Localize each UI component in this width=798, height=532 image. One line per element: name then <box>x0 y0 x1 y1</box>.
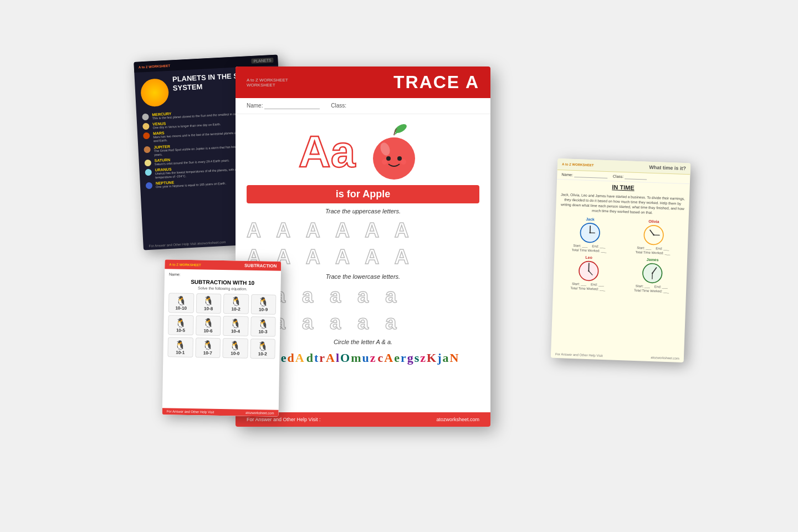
leo-name: Leo <box>585 255 592 259</box>
apple-graphic <box>361 119 427 185</box>
sub-tag: SUBTRACTION <box>244 263 277 269</box>
list-item: 🐧10-5 <box>168 315 193 335</box>
letter-g: g <box>407 351 413 365</box>
list-item: 🐧10-6 <box>196 315 221 336</box>
olivia-end: End: ___ <box>656 247 669 251</box>
olivia-clock <box>642 224 664 246</box>
time-footer-url: atozworksheet.com <box>651 356 679 360</box>
colorful-letters-display: W p k j e d A d t r A l O m u z c A e r … <box>247 349 479 367</box>
letter-t: t <box>314 351 318 365</box>
time-logo: A to Z WORKSHEET <box>562 162 594 167</box>
penguin-grid: 🐧10-10 🐧10-8 🐧10-2 🐧10-9 🐧10-5 🐧10-6 🐧10… <box>167 293 276 359</box>
saturn-dot <box>145 159 152 166</box>
sub-content: Name: SUBTRACTION WITH 10 Solve the foll… <box>163 269 281 362</box>
olivia-start: Start: ___ <box>637 246 651 250</box>
list-item: 🐧10-10 <box>168 293 194 313</box>
letter-A3: A <box>384 351 393 365</box>
svg-point-5 <box>386 156 391 161</box>
list-item: 🐧10-7 <box>195 337 221 358</box>
jack-clock <box>579 222 601 244</box>
letter-e2: e <box>394 351 400 365</box>
list-item: 🐧10-8 <box>196 293 221 314</box>
james-clock <box>641 263 663 284</box>
svg-point-8 <box>401 159 406 165</box>
leo-end: End: ___ <box>591 283 604 287</box>
leo-clock <box>577 260 599 282</box>
letter-s: s <box>415 351 420 365</box>
sub-footer-url: atozworksheet.com <box>245 411 274 415</box>
jack-total: Total Time Worked: ___ <box>572 248 607 253</box>
list-item: 🐧10-3 <box>250 316 276 337</box>
clock-leo: Leo Start: ___ End: ___ Total Time Worke… <box>557 254 619 291</box>
letter-z1: z <box>370 351 376 365</box>
time-footer: For Answer and Other Help Visit atozwork… <box>551 350 684 362</box>
letter-j2: j <box>437 351 441 365</box>
sub-footer-visit: For Answer and Other Help Visit <box>167 410 214 413</box>
trace-title: TRACE A <box>393 72 479 93</box>
james-total: Total Time Worked: ___ <box>634 289 669 293</box>
worksheet-time: A to Z WORKSHEET What time is it? Name: … <box>551 158 690 362</box>
mars-dot <box>143 132 150 140</box>
trace-name-label: Name: <box>247 103 320 109</box>
sub-title: SUBTRACTION WITH 10 <box>169 278 277 286</box>
worksheet-subtraction: A to Z WORKSHEET SUBTRACTION Name: SUBTR… <box>162 259 282 417</box>
james-start: Start: ___ <box>636 284 650 288</box>
trace-name-row: Name: Class: <box>236 98 490 114</box>
svg-point-3 <box>374 137 415 177</box>
letter-N: N <box>450 351 459 365</box>
letter-K: K <box>427 351 436 365</box>
trace-uppercase-a-large: Aa <box>299 130 355 174</box>
clock-olivia: Olivia Start: ___ End: ___ Total Time Wo… <box>622 219 684 256</box>
sub-name-row: Name: <box>169 272 277 278</box>
list-item: 🐧10-4 <box>223 316 248 336</box>
letter-z2: z <box>420 351 426 365</box>
svg-point-7 <box>382 159 387 165</box>
letter-e: e <box>281 351 287 365</box>
letter-A2: A <box>326 351 335 365</box>
letter-m: m <box>351 351 361 365</box>
clocks-grid: Jack Start: ___ End: ___ Total Time Work… <box>553 214 689 296</box>
uranus-dot <box>145 169 152 176</box>
mercury-dot <box>142 114 149 121</box>
list-item: 🐧10-2 <box>250 339 275 359</box>
neptune-dot <box>146 182 153 190</box>
letter-a: a <box>443 351 449 365</box>
list-item: 🐧10-0 <box>222 338 248 359</box>
sun-graphic <box>140 78 170 108</box>
trace-class-label: Class: <box>331 103 346 109</box>
leo-start: Start: ___ <box>572 282 586 286</box>
planets-tag: PLANETS <box>251 58 273 64</box>
letter-A1: A <box>295 351 304 365</box>
is-for-apple-label: is for Apple <box>247 185 479 203</box>
venus-dot <box>142 123 150 130</box>
jack-end: End: ___ <box>592 245 605 249</box>
letter-c: c <box>378 351 383 365</box>
trace-subtitle: WORKSHEET <box>247 83 288 88</box>
planets-logo: A to Z WORKSHEET <box>139 64 171 69</box>
olivia-total: Total Time Worked: ___ <box>635 250 670 255</box>
olivia-name: Olivia <box>648 219 659 224</box>
sub-instruction: Solve the following equation. <box>169 285 277 291</box>
letter-r2: r <box>401 351 406 365</box>
letter-r: r <box>319 351 325 365</box>
clock-james: James Start: ___ End: ___ Total Time Wor… <box>621 257 683 294</box>
list-item: 🐧10-9 <box>250 294 276 315</box>
trace-header: A to Z WORKSHEET WORKSHEET TRACE A <box>236 66 490 98</box>
time-footer-visit: For Answer and Other Help Visit <box>555 352 603 357</box>
time-name-label: Name: <box>561 172 607 178</box>
jack-start: Start: ___ <box>573 244 587 248</box>
trace-logo: A to Z WORKSHEET <box>247 78 288 83</box>
dashed-uppercase-row1: A A A A A A <box>247 219 409 242</box>
jack-name: Jack <box>586 217 595 222</box>
list-item: 🐧10-1 <box>167 337 193 357</box>
time-header-title: What time is it? <box>649 165 686 171</box>
letter-u: u <box>362 351 369 365</box>
trace-uppercase-instruction: Trace the uppercase letters. <box>236 208 490 214</box>
james-name: James <box>647 258 659 262</box>
letter-l: l <box>336 351 339 365</box>
leo-total: Total Time Worked: ___ <box>570 287 605 291</box>
sub-logo: A to Z WORKSHEET <box>169 263 201 267</box>
james-end: End: ___ <box>654 285 668 289</box>
list-item: 🐧10-2 <box>223 294 249 314</box>
letter-O: O <box>340 351 350 365</box>
